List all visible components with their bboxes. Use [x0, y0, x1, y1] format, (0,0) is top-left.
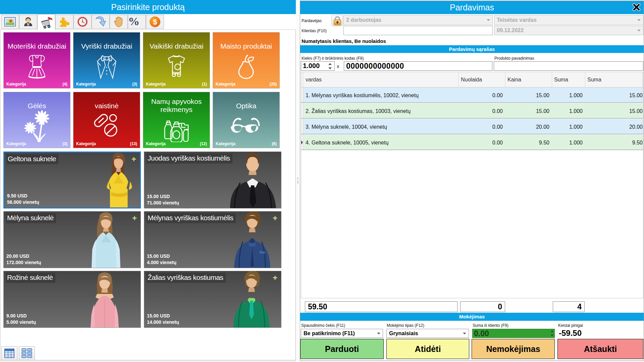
- svg-text:$: $: [153, 18, 157, 26]
